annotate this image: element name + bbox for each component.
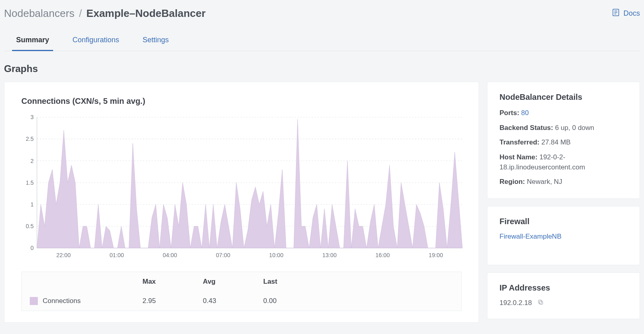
hostname-label: Host Name:: [500, 153, 537, 161]
breadcrumb-separator: /: [79, 7, 82, 19]
chart-legend-table: Max Avg Last Connections 2.95 0.43 0.00: [21, 272, 462, 311]
svg-text:1.5: 1.5: [26, 179, 34, 186]
graphs-heading: Graphs: [4, 63, 640, 74]
legend-val-max: 2.95: [142, 297, 203, 305]
transferred-label: Transferred:: [500, 138, 539, 146]
svg-text:04:00: 04:00: [163, 252, 177, 258]
svg-text:2.5: 2.5: [26, 136, 34, 142]
legend-swatch: [30, 297, 38, 305]
svg-text:13:00: 13:00: [322, 252, 337, 258]
ip-address-value: 192.0.2.18: [500, 299, 532, 307]
details-card-title: NodeBalancer Details: [500, 93, 627, 102]
tab-configurations[interactable]: Configurations: [68, 32, 123, 51]
docs-icon: [611, 8, 620, 19]
legend-col-max: Max: [142, 278, 203, 286]
svg-text:16:00: 16:00: [376, 252, 390, 258]
connections-chart-card: Connections (CXN/s, 5 min avg.) 00.511.5…: [4, 82, 479, 323]
svg-text:10:00: 10:00: [269, 252, 284, 258]
chart-title: Connections (CXN/s, 5 min avg.): [21, 97, 466, 106]
svg-rect-28: [540, 301, 543, 304]
firewall-card: Firewall Firewall-ExampleNB: [487, 206, 640, 265]
legend-series-label: Connections: [43, 297, 81, 305]
svg-text:3: 3: [31, 114, 34, 120]
breadcrumb-root-link[interactable]: Nodebalancers: [4, 7, 74, 19]
connections-chart: 00.511.522.5322:0001:0004:0007:0010:0013…: [17, 113, 466, 260]
ports-label: Ports:: [500, 109, 519, 117]
svg-text:22:00: 22:00: [56, 252, 71, 258]
region-label: Region:: [500, 178, 525, 186]
svg-text:2: 2: [31, 158, 34, 164]
firewall-link[interactable]: Firewall-ExampleNB: [500, 233, 561, 240]
svg-text:1: 1: [31, 201, 34, 208]
svg-text:07:00: 07:00: [216, 252, 230, 258]
backend-status-value: 6 up, 0 down: [555, 124, 594, 132]
ip-addresses-card: IP Addresses 192.0.2.18: [487, 272, 640, 319]
svg-text:01:00: 01:00: [109, 252, 124, 258]
region-value: Newark, NJ: [527, 178, 562, 186]
tab-settings[interactable]: Settings: [138, 32, 173, 51]
legend-col-last: Last: [263, 278, 324, 286]
tab-summary[interactable]: Summary: [12, 32, 53, 51]
svg-text:19:00: 19:00: [429, 252, 443, 258]
docs-label: Docs: [623, 9, 640, 18]
tabs: Summary Configurations Settings: [4, 32, 640, 51]
details-card: NodeBalancer Details Ports: 80 Backend S…: [487, 82, 640, 199]
breadcrumb-current: Example–NodeBalancer: [87, 7, 206, 19]
ports-value-link[interactable]: 80: [521, 109, 529, 117]
ip-addresses-card-title: IP Addresses: [500, 283, 627, 293]
breadcrumb: Nodebalancers / Example–NodeBalancer: [4, 7, 206, 20]
svg-text:0: 0: [31, 245, 34, 251]
legend-val-last: 0.00: [263, 297, 324, 305]
svg-text:0.5: 0.5: [26, 223, 34, 229]
legend-val-avg: 0.43: [203, 297, 263, 305]
legend-col-avg: Avg: [203, 278, 263, 286]
backend-status-label: Backend Status:: [500, 124, 553, 132]
firewall-card-title: Firewall: [500, 217, 627, 226]
copy-icon[interactable]: [537, 299, 544, 307]
docs-link[interactable]: Docs: [611, 8, 640, 19]
svg-rect-29: [539, 300, 542, 303]
transferred-value: 27.84 MB: [541, 138, 571, 146]
